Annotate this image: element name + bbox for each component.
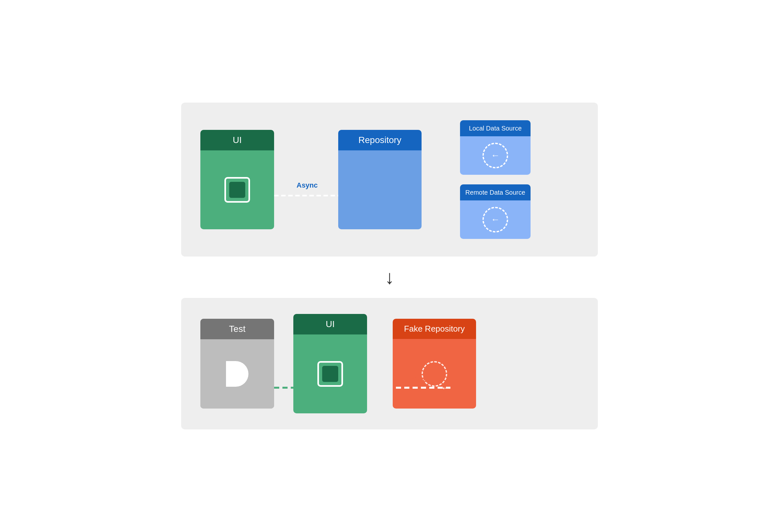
repo-box-header: Repository <box>338 130 422 151</box>
local-ds-circle: ← <box>482 143 508 168</box>
local-ds-arrow: ← <box>491 151 500 161</box>
ui-box-top: UI <box>200 130 274 229</box>
local-ds-header: Local Data Source <box>460 120 531 136</box>
repo-box-body <box>338 151 422 229</box>
ui-box-bottom: UI <box>293 314 367 413</box>
test-label: Test <box>229 324 245 334</box>
bottom-diagram: Test Sync ← <box>181 298 598 429</box>
ui-box-bottom-body <box>293 335 367 413</box>
ui-inner-square-bottom <box>317 361 343 387</box>
local-ds-body: ← <box>460 136 531 175</box>
ui-inner-square <box>224 177 250 203</box>
fake-repo-header: Fake Repository <box>393 319 476 339</box>
remote-ds-header: Remote Data Source <box>460 184 531 200</box>
remote-data-source-box: Remote Data Source ← <box>460 184 531 239</box>
top-diagram-inner: UI <box>200 120 579 239</box>
ui-box-bottom-header: UI <box>293 314 367 335</box>
ui-inner-fill <box>229 182 245 198</box>
repo-label: Repository <box>358 135 401 145</box>
fake-repo-body <box>393 339 476 409</box>
d-shape-icon <box>226 361 248 387</box>
ui-label-bottom: UI <box>326 319 335 329</box>
main-container: UI <box>181 103 598 429</box>
remote-ds-circle: ← <box>482 207 508 233</box>
fake-repo-label: Fake Repository <box>404 324 465 334</box>
top-diagram: UI <box>181 103 598 256</box>
remote-ds-label: Remote Data Source <box>466 189 526 196</box>
down-arrow: ↓ <box>385 256 394 298</box>
test-box-header: Test <box>200 319 274 339</box>
fake-repo-circle <box>422 361 447 387</box>
ui-label-top: UI <box>233 135 242 145</box>
ui-inner-fill-bottom <box>322 366 338 382</box>
arrow-down-symbol: ↓ <box>385 266 394 288</box>
remote-ds-arrow: ← <box>491 215 500 225</box>
remote-ds-body: ← <box>460 200 531 239</box>
test-box: Test <box>200 319 274 409</box>
ui-box-top-header: UI <box>200 130 274 151</box>
test-box-body <box>200 339 274 409</box>
local-data-source-box: Local Data Source ← <box>460 120 531 175</box>
svg-text:Async: Async <box>297 181 318 189</box>
bottom-diagram-inner: Test Sync ← <box>200 314 579 413</box>
repo-box: Repository <box>338 130 422 229</box>
fake-repo-box: Fake Repository <box>393 319 476 409</box>
local-ds-label: Local Data Source <box>469 125 522 132</box>
ui-box-top-body <box>200 151 274 229</box>
data-sources: Local Data Source ← Remote Data Source <box>460 120 531 239</box>
